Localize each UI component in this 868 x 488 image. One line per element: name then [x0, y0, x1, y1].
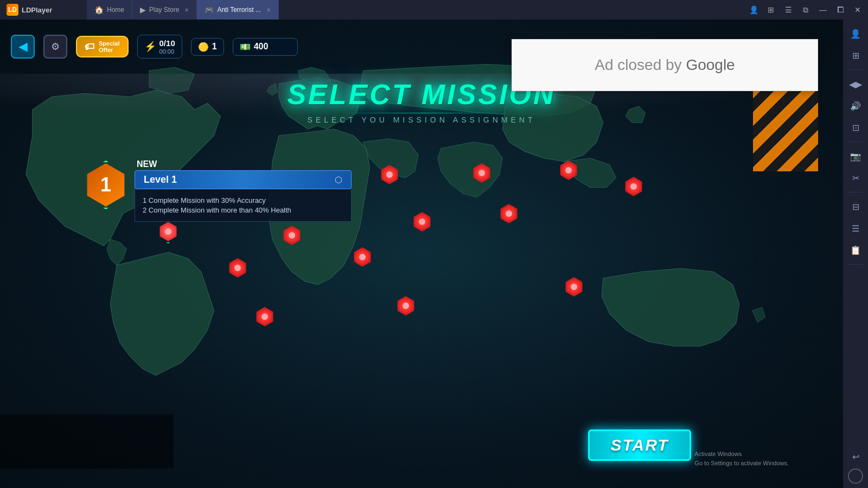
map-marker-2[interactable]: [228, 258, 247, 278]
offer-tag-icon: 🏷: [85, 41, 94, 53]
close-btn[interactable]: ✕: [850, 2, 866, 18]
sidebar-divider-2: [848, 142, 863, 142]
map-marker-7[interactable]: [559, 160, 578, 180]
level-title-bar[interactable]: Level 1 ⬡: [135, 170, 352, 189]
level-title: Level 1: [144, 174, 177, 185]
sidebar-list-icon[interactable]: ☰: [846, 219, 865, 238]
tab-playstore-close[interactable]: ✕: [184, 7, 189, 13]
marker-hex: [396, 296, 416, 316]
tab-playstore[interactable]: ▶ Play Store ✕: [132, 0, 197, 20]
map-marker-11[interactable]: [564, 277, 584, 297]
map-marker-4[interactable]: [412, 212, 432, 232]
marker-hex: [499, 204, 519, 223]
map-marker-1[interactable]: [282, 226, 302, 245]
tab-game-close[interactable]: ✕: [266, 7, 271, 13]
person-icon-btn[interactable]: 👤: [745, 2, 762, 18]
app-logo-icon: LD: [7, 4, 18, 16]
lock-icon: ⬡: [335, 175, 342, 185]
sidebar-grid-icon[interactable]: ⊞: [846, 46, 865, 65]
map-marker-9[interactable]: [255, 307, 275, 326]
right-sidebar: 👤 ⊞ ◀▶ 🔊 ⊡ 📷 ✂ ⊟ ☰ 📋 ↩: [843, 20, 868, 488]
map-marker-10[interactable]: [396, 296, 416, 316]
menu-icon-btn[interactable]: ☰: [780, 2, 796, 18]
activate-line2: Go to Settings to activate Windows.: [694, 459, 789, 468]
tab-home-label: Home: [107, 6, 124, 14]
new-badge: NEW: [135, 159, 157, 169]
sidebar-circle-icon[interactable]: [848, 468, 863, 484]
start-button[interactable]: START: [588, 429, 691, 461]
objective-2: 2 Complete Mission with more than 40% He…: [143, 206, 343, 214]
tab-game-label: Anti Terrorist ...: [217, 6, 260, 14]
tab-home[interactable]: 🏠 Home: [87, 0, 132, 20]
title-underline: [340, 113, 503, 113]
start-label: START: [610, 436, 668, 454]
energy-value: 0/10: [159, 38, 175, 48]
cash-value: 400: [254, 42, 269, 52]
marker-hex: [564, 277, 584, 297]
game-icon: 🎮: [205, 5, 214, 14]
back-arrow-icon: ◀: [18, 40, 28, 54]
settings-button[interactable]: ⚙: [43, 35, 67, 59]
sidebar-clipboard-icon[interactable]: 📋: [846, 240, 865, 260]
marker-hex: [412, 212, 432, 232]
sidebar-volume-icon[interactable]: 🔊: [846, 96, 865, 115]
sidebar-divider-1: [848, 69, 863, 70]
grid-icon-btn[interactable]: ⊞: [763, 2, 779, 18]
window-controls: 👤 ⊞ ☰ ⧉ — ⧠ ✕: [745, 2, 868, 18]
mission-objectives: 1 Complete Mission with 30% Accuracy 2 C…: [135, 189, 352, 222]
marker-hex: [353, 247, 372, 267]
objective-1: 1 Complete Mission with 30% Accuracy: [143, 196, 343, 204]
energy-timer: 00:00: [159, 48, 175, 55]
marker-hex: [559, 160, 578, 180]
map-marker-6[interactable]: [472, 163, 492, 183]
mission-card: NEW Level 1 ⬡ 1 Complete Mission with 30…: [135, 159, 352, 222]
coin-display: 🟡 1: [191, 38, 224, 56]
sidebar-prev-next-icon[interactable]: ◀▶: [846, 74, 865, 94]
sidebar-panel-icon[interactable]: ⊟: [846, 197, 865, 216]
special-offer-label: Special Offer: [99, 40, 120, 53]
energy-bolt-icon: ⚡: [144, 41, 156, 53]
ad-banner: Ad closed by Google: [512, 39, 818, 91]
map-marker-8[interactable]: [499, 204, 519, 223]
back-button[interactable]: ◀: [11, 35, 35, 59]
marker-hex: [624, 177, 643, 196]
coin-value: 1: [212, 42, 217, 52]
logo-area: LD LDPlayer: [0, 4, 87, 16]
map-marker-selected[interactable]: [158, 222, 178, 241]
game-area: ◀ ⚙ 🏷 Special Offer ⚡ 0/10 00:00 🟡 1 💵 4…: [0, 20, 843, 488]
energy-display: ⚡ 0/10 00:00: [137, 35, 182, 59]
activate-line1: Activate Windows: [694, 450, 789, 459]
sidebar-divider-3: [848, 192, 863, 192]
marker-hex: [255, 307, 275, 326]
marker-hex: [380, 165, 399, 184]
map-marker-3[interactable]: [380, 165, 399, 184]
cash-display: 💵 400: [233, 38, 298, 56]
tab-playstore-label: Play Store: [149, 6, 179, 14]
bottom-panel: [0, 414, 174, 468]
map-marker-5[interactable]: [353, 247, 372, 267]
home-icon: 🏠: [94, 5, 104, 14]
sidebar-screenshot-icon[interactable]: 📷: [846, 146, 865, 166]
special-offer-button[interactable]: 🏷 Special Offer: [76, 36, 129, 57]
sidebar-divider-4: [848, 264, 863, 265]
settings-gear-icon: ⚙: [51, 41, 60, 53]
activate-windows-watermark: Activate Windows Go to Settings to activ…: [694, 450, 789, 468]
sidebar-person-icon[interactable]: 👤: [846, 24, 865, 43]
coin-icon: 🟡: [198, 42, 209, 52]
sidebar-zoom-icon[interactable]: ⊡: [846, 118, 865, 137]
multi-window-btn[interactable]: ⧉: [797, 2, 814, 18]
sidebar-scissors-icon[interactable]: ✂: [846, 168, 865, 188]
level-number: 1: [100, 174, 111, 196]
title-bar: LD LDPlayer 🏠 Home ▶ Play Store ✕ 🎮 Anti…: [0, 0, 868, 20]
marker-hex: [228, 258, 247, 278]
ad-closed-text: Ad closed by Google: [595, 56, 735, 74]
tab-game[interactable]: 🎮 Anti Terrorist ... ✕: [197, 0, 278, 20]
level-indicator[interactable]: 1: [84, 163, 127, 207]
marker-hex: [472, 163, 492, 183]
app-name: LDPlayer: [22, 6, 52, 14]
map-marker-12[interactable]: [624, 177, 643, 196]
sidebar-back-icon[interactable]: ↩: [846, 447, 865, 466]
playstore-icon: ▶: [140, 5, 146, 14]
minimize-btn[interactable]: —: [815, 2, 831, 18]
restore-btn[interactable]: ⧠: [832, 2, 848, 18]
